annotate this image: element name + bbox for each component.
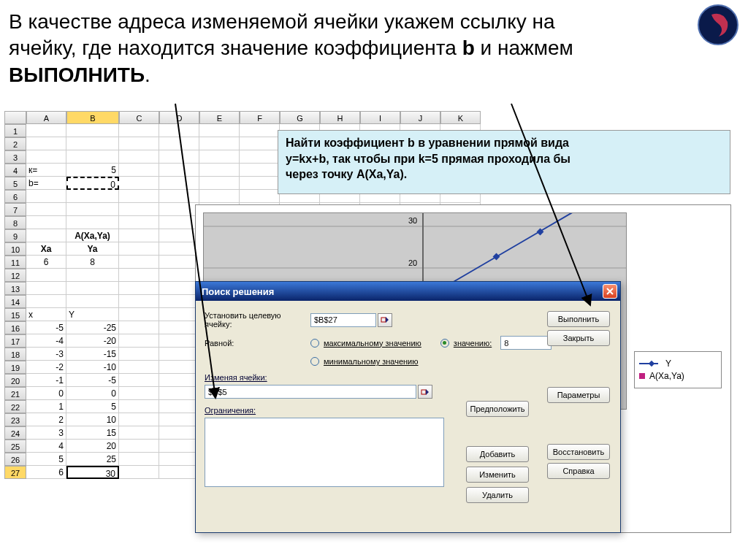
cell-A8[interactable] — [26, 216, 66, 229]
cell-C6[interactable] — [119, 190, 159, 203]
cell-D24[interactable] — [159, 426, 199, 440]
row-header-11[interactable]: 11 — [4, 256, 26, 269]
row-header-21[interactable]: 21 — [4, 387, 26, 400]
cell-C13[interactable] — [119, 282, 159, 295]
col-header-E[interactable]: E — [199, 111, 240, 124]
cell-C5[interactable] — [119, 177, 159, 190]
cell-B16[interactable]: -25 — [66, 321, 119, 334]
ref-picker-icon[interactable] — [378, 313, 392, 327]
constraints-list[interactable] — [205, 418, 444, 487]
row-header-12[interactable]: 12 — [4, 269, 26, 282]
col-header-C[interactable]: C — [119, 111, 159, 124]
cell-E5[interactable] — [199, 177, 240, 190]
cell-A21[interactable]: 0 — [26, 387, 66, 400]
cell-A15[interactable]: x — [26, 308, 66, 321]
cell-B14[interactable] — [66, 295, 119, 308]
cell-C24[interactable] — [119, 426, 159, 440]
cell-B11[interactable]: 8 — [66, 256, 119, 269]
cell-A1[interactable] — [26, 124, 66, 137]
cell-C21[interactable] — [119, 387, 159, 400]
ref-picker-icon[interactable] — [418, 385, 432, 399]
cell-D27[interactable] — [159, 466, 199, 479]
cell-A4[interactable]: к= — [26, 164, 66, 177]
cell-A12[interactable] — [26, 269, 66, 282]
cell-D25[interactable] — [159, 440, 199, 453]
row-header-9[interactable]: 9 — [4, 229, 26, 242]
cell-D14[interactable] — [159, 295, 199, 308]
target-cell-input[interactable] — [310, 313, 376, 327]
row-header-18[interactable]: 18 — [4, 348, 26, 361]
cell-C17[interactable] — [119, 334, 159, 348]
cell-C23[interactable] — [119, 413, 159, 426]
row-header-14[interactable]: 14 — [4, 295, 26, 308]
cell-C20[interactable] — [119, 374, 159, 387]
row-header-15[interactable]: 15 — [4, 308, 26, 321]
col-header-H[interactable]: H — [320, 111, 360, 124]
cell-A13[interactable] — [26, 282, 66, 295]
add-constraint-button[interactable]: Добавить — [466, 446, 529, 462]
cell-C11[interactable] — [119, 256, 159, 269]
cell-C19[interactable] — [119, 361, 159, 374]
radio-max[interactable] — [310, 339, 319, 348]
cell-B18[interactable]: -15 — [66, 348, 119, 361]
radio-min[interactable] — [310, 357, 319, 366]
cell-C15[interactable] — [119, 308, 159, 321]
close-icon[interactable] — [603, 284, 617, 299]
cell-B8[interactable] — [66, 216, 119, 229]
cell-D4[interactable] — [159, 164, 199, 177]
col-header-I[interactable]: I — [360, 111, 400, 124]
row-header-26[interactable]: 26 — [4, 453, 26, 466]
cell-B17[interactable]: -20 — [66, 334, 119, 348]
restore-button[interactable]: Восстановить — [547, 444, 610, 460]
cell-B27[interactable]: 30 — [66, 466, 119, 479]
cell-A14[interactable] — [26, 295, 66, 308]
cell-C12[interactable] — [119, 269, 159, 282]
cell-A18[interactable]: -3 — [26, 348, 66, 361]
cell-E1[interactable] — [199, 124, 240, 137]
cell-C25[interactable] — [119, 440, 159, 453]
cell-D23[interactable] — [159, 413, 199, 426]
edit-constraint-button[interactable]: Изменить — [466, 467, 529, 483]
cell-A19[interactable]: -2 — [26, 361, 66, 374]
cell-B1[interactable] — [66, 124, 119, 137]
cell-F1[interactable] — [240, 124, 280, 137]
cell-B15[interactable]: Y — [66, 308, 119, 321]
cell-A2[interactable] — [26, 137, 66, 150]
cell-A22[interactable]: 1 — [26, 400, 66, 413]
cell-D18[interactable] — [159, 348, 199, 361]
cell-B13[interactable] — [66, 282, 119, 295]
cell-B21[interactable]: 0 — [66, 387, 119, 400]
cell-A27[interactable]: 6 — [26, 466, 66, 479]
cell-A16[interactable]: -5 — [26, 321, 66, 334]
cell-D21[interactable] — [159, 387, 199, 400]
row-header-20[interactable]: 20 — [4, 374, 26, 387]
cell-E2[interactable] — [199, 137, 240, 150]
cell-D3[interactable] — [159, 150, 199, 164]
cell-A24[interactable]: 3 — [26, 426, 66, 440]
row-header-3[interactable]: 3 — [4, 150, 26, 164]
cell-D12[interactable] — [159, 269, 199, 282]
row-header-1[interactable]: 1 — [4, 124, 26, 137]
cell-D6[interactable] — [159, 190, 199, 203]
cell-A17[interactable]: -4 — [26, 334, 66, 348]
cell-E6[interactable] — [199, 190, 240, 203]
changing-cells-input[interactable] — [205, 385, 416, 399]
row-header-13[interactable]: 13 — [4, 282, 26, 295]
cell-B5[interactable]: 0 — [66, 177, 119, 190]
cell-D20[interactable] — [159, 374, 199, 387]
cell-B23[interactable]: 10 — [66, 413, 119, 426]
cell-B22[interactable]: 5 — [66, 400, 119, 413]
execute-button[interactable]: Выполнить — [547, 311, 610, 327]
row-header-17[interactable]: 17 — [4, 334, 26, 348]
cell-C8[interactable] — [119, 216, 159, 229]
cell-B10[interactable]: Ya — [66, 242, 119, 256]
help-button[interactable]: Справка — [547, 463, 610, 479]
parameters-button[interactable]: Параметры — [547, 387, 610, 403]
cell-D11[interactable] — [159, 256, 199, 269]
cell-D13[interactable] — [159, 282, 199, 295]
cell-B6[interactable] — [66, 190, 119, 203]
cell-B25[interactable]: 20 — [66, 440, 119, 453]
cell-D9[interactable] — [159, 229, 199, 242]
col-header-F[interactable]: F — [240, 111, 280, 124]
row-header-4[interactable]: 4 — [4, 164, 26, 177]
